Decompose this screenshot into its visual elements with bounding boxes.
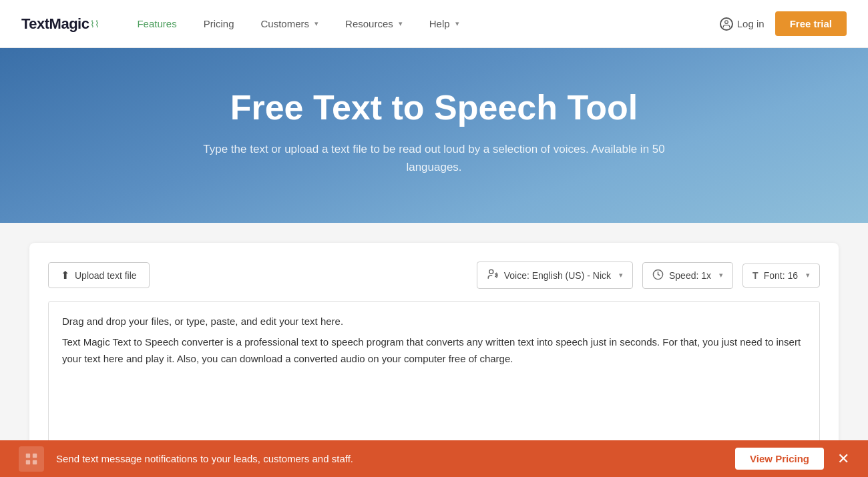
hero-title: Free Text to Speech Tool — [13, 88, 855, 128]
notification-icon — [19, 446, 44, 472]
view-pricing-button[interactable]: View Pricing — [735, 448, 824, 470]
help-chevron-icon: ▾ — [455, 19, 459, 28]
svg-rect-6 — [33, 460, 37, 464]
notification-bar: Send text message notifications to your … — [0, 440, 868, 477]
svg-rect-5 — [26, 460, 30, 464]
brand-name: TextMagic — [21, 15, 89, 33]
customers-chevron-icon: ▾ — [314, 19, 318, 28]
navbar: TextMagic ⌇⌇ Features Pricing Customers … — [0, 0, 868, 48]
close-notification-button[interactable]: ✕ — [837, 452, 849, 466]
nav-right: Log in Free trial — [720, 11, 847, 36]
textarea-content-line1: Drag and drop your files, or type, paste… — [62, 314, 806, 330]
free-trial-button[interactable]: Free trial — [775, 11, 847, 36]
nav-pricing[interactable]: Pricing — [193, 13, 245, 35]
nav-resources[interactable]: Resources ▾ — [335, 13, 413, 35]
svg-point-1 — [489, 270, 493, 274]
font-selector[interactable]: T Font: 16 ▾ — [742, 264, 820, 288]
text-input-area[interactable]: Drag and drop your files, or type, paste… — [48, 301, 820, 461]
textarea-content-line2: Text Magic Text to Speech converter is a… — [62, 334, 806, 368]
speed-chevron-icon: ▾ — [719, 271, 723, 280]
voice-selector[interactable]: Voice: English (US) - Nick ▾ — [477, 262, 633, 289]
user-icon — [720, 17, 733, 31]
grid-icon — [24, 452, 39, 466]
svg-point-0 — [724, 20, 728, 23]
speed-icon — [652, 269, 664, 282]
nav-features[interactable]: Features — [126, 13, 187, 35]
font-chevron-icon: ▾ — [806, 271, 810, 280]
toolbar: ⬆ Upload text file Voice: English (US) -… — [48, 262, 820, 289]
font-icon: T — [752, 270, 758, 281]
upload-icon: ⬆ — [61, 269, 69, 282]
upload-button[interactable]: ⬆ Upload text file — [48, 262, 150, 288]
speed-selector[interactable]: Speed: 1x ▾ — [642, 262, 733, 289]
logo[interactable]: TextMagic ⌇⌇ — [21, 15, 99, 33]
resources-chevron-icon: ▾ — [399, 19, 403, 28]
hero-subtitle: Type the text or upload a text file to b… — [200, 140, 668, 176]
main-content: ⬆ Upload text file Voice: English (US) -… — [0, 223, 868, 477]
svg-rect-4 — [33, 453, 37, 457]
login-button[interactable]: Log in — [720, 17, 765, 31]
voice-chevron-icon: ▾ — [619, 271, 623, 280]
svg-rect-3 — [26, 453, 30, 457]
tool-container: ⬆ Upload text file Voice: English (US) -… — [29, 243, 839, 461]
nav-customers[interactable]: Customers ▾ — [250, 13, 330, 35]
nav-help[interactable]: Help ▾ — [419, 13, 470, 35]
logo-signal-icon: ⌇⌇ — [90, 19, 99, 29]
hero-section: Free Text to Speech Tool Type the text o… — [0, 48, 868, 223]
voice-icon — [487, 268, 499, 282]
notification-message: Send text message notifications to your … — [56, 453, 735, 464]
nav-links: Features Pricing Customers ▾ Resources ▾… — [126, 13, 719, 35]
